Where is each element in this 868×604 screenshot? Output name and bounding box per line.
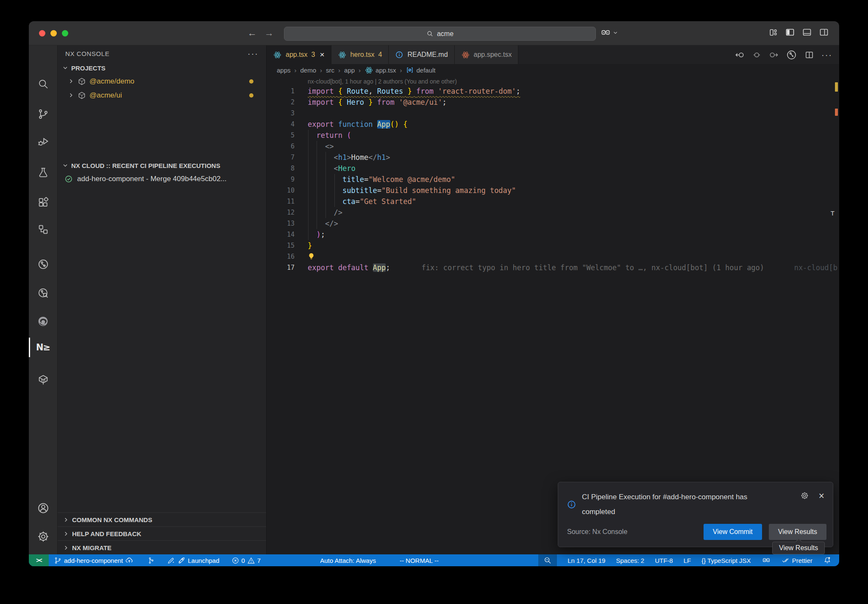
chevron-right-icon [63,545,69,551]
section-common-nx-commands[interactable]: COMMON NX COMMANDS [58,512,266,526]
nx-cloud-section-header[interactable]: NX CLOUD :: RECENT CI PIPELINE EXECUTION… [58,159,266,172]
status-auto-attach[interactable]: Auto Attach: Always [320,557,376,564]
code-line-15[interactable]: 15} [267,240,839,251]
activity-item-containers[interactable] [29,368,57,391]
more-actions-icon[interactable]: ··· [248,49,259,59]
testing-icon [37,166,49,178]
code-line-2[interactable]: 2import { Hero } from '@acme/ui'; [267,97,839,108]
chevron-right-icon: › [295,67,297,74]
status-graph[interactable] [147,556,155,565]
status-cursor-position[interactable]: Ln 17, Col 19 [568,557,605,564]
nav-forward-circle-icon[interactable] [769,50,779,60]
run-circle-icon[interactable] [786,49,797,61]
nav-circle-icon[interactable] [752,50,762,60]
tab-hero-tsx[interactable]: hero.tsx4 [331,45,389,64]
code-line-17[interactable]: 17nx-cloud[bexport default App;fix: corr… [267,262,839,273]
back-icon[interactable]: ← [248,28,257,39]
code-text: cta="Get Started" [308,196,416,207]
git-branch-icon [54,556,62,565]
close-icon[interactable]: × [320,50,325,59]
split-editor-icon[interactable] [804,50,814,60]
zoom-window-button[interactable] [62,30,68,36]
pipeline-execution-item[interactable]: add-hero-component - Merge 409b44e5cb02.… [58,172,266,186]
tab-readme-md[interactable]: README.md [389,45,454,64]
code-text: title="Welcome @acme/demo" [308,174,455,185]
copilot-menu[interactable] [600,27,618,38]
toggle-secondary-sidebar-icon[interactable] [819,27,829,37]
customize-layout-icon[interactable] [768,28,778,37]
forward-icon[interactable]: → [264,28,274,39]
status-zoom[interactable] [538,554,557,566]
status-notifications[interactable] [823,556,832,565]
status-problems[interactable]: 07 [231,556,261,565]
code-line-6[interactable]: 6 <> [267,141,839,152]
line-number: 2 [267,97,295,108]
status-copilot[interactable] [762,556,771,565]
status-eol[interactable]: LF [684,557,691,564]
view-results-button[interactable]: View Results [769,524,826,540]
activity-item-source-control[interactable] [29,103,57,126]
view-commit-button[interactable]: View Commit [704,524,762,540]
edge-blame-annotation: nx-cloud[b [794,262,837,273]
gitlens-icon [37,258,49,270]
line-number: 11 [267,196,295,207]
code-line-1[interactable]: 1import { Route, Routes } from 'react-ro… [267,86,839,97]
toggle-panel-icon[interactable] [802,27,812,37]
tab-app-tsx[interactable]: app.tsx3× [267,45,331,64]
code-text: <h1>Home</h1> [308,152,390,163]
activity-item-testing[interactable] [29,161,57,184]
status-prettier[interactable]: Prettier [782,556,812,565]
notification-close-icon[interactable]: × [819,492,824,500]
breadcrumb-app[interactable]: app [344,67,355,74]
search-value: acme [437,30,453,38]
breadcrumb-default[interactable]: default [406,66,435,74]
code-line-5[interactable]: 5 return ( [267,130,839,141]
code-line-3[interactable]: 3 [267,108,839,119]
section-help-and-feedback[interactable]: HELP AND FEEDBACK [58,526,266,540]
nav-back-circle-icon[interactable] [735,50,745,60]
breadcrumb-apps[interactable]: apps [277,67,291,74]
activity-item-accounts[interactable] [29,497,57,520]
breadcrumb-app-tsx[interactable]: app.tsx [364,66,396,75]
project-item--acme-demo[interactable]: @acme/demo [58,74,266,88]
status-launchpad[interactable]: Launchpad [167,556,219,565]
section-nx-migrate[interactable]: NX MIGRATE [58,540,266,554]
code-line-10[interactable]: 10 subtitle="Build something amazing tod… [267,185,839,196]
activity-item-nx-console[interactable]: N≥ [29,336,57,359]
status-vim-mode[interactable]: -- NORMAL -- [400,557,439,564]
code-line-16[interactable]: 16 [267,251,839,262]
activity-item-gitlens[interactable] [29,253,57,276]
activity-item-explorer[interactable] [29,44,57,67]
toggle-primary-sidebar-icon[interactable] [785,27,795,37]
tab-app-spec-tsx[interactable]: app.spec.tsx [455,45,519,64]
code-line-9[interactable]: 9 title="Welcome @acme/demo" [267,174,839,185]
command-center-search[interactable]: acme [284,27,596,41]
notification-settings-gear-icon[interactable] [800,491,809,500]
status-encoding[interactable]: UTF-8 [655,557,673,564]
close-window-button[interactable] [39,30,45,36]
project-item--acme-ui[interactable]: @acme/ui [58,88,266,102]
activity-item-project-graph[interactable] [29,218,57,241]
code-line-13[interactable]: 13 </> [267,218,839,229]
code-line-7[interactable]: 7 <h1>Home</h1> [267,152,839,163]
activity-item-gitlens-inspect[interactable] [29,282,57,305]
status-branch[interactable]: add-hero-component [54,556,134,565]
breadcrumb-demo[interactable]: demo [300,67,317,74]
more-actions-icon[interactable]: ··· [821,50,832,60]
code-line-12[interactable]: 12 /> [267,207,839,218]
code-line-14[interactable]: 14 ); [267,229,839,240]
minimize-window-button[interactable] [50,30,57,36]
code-line-4[interactable]: 4export function App() { [267,119,839,130]
activity-item-settings[interactable] [29,525,57,548]
breadcrumb-src[interactable]: src [326,67,334,74]
code-line-11[interactable]: 11 cta="Get Started" [267,196,839,207]
status-language[interactable]: {} TypeScript JSX [701,557,751,564]
activity-item-edge-browser[interactable] [29,310,57,333]
activity-item-run-and-debug[interactable] [29,130,57,153]
remote-indicator[interactable]: >< [29,554,49,566]
activity-item-search[interactable] [29,73,57,95]
code-line-8[interactable]: 8 <Hero [267,163,839,174]
status-indentation[interactable]: Spaces: 2 [616,557,644,564]
projects-section-header[interactable]: PROJECTS [58,62,266,74]
activity-item-extensions[interactable] [29,191,57,214]
